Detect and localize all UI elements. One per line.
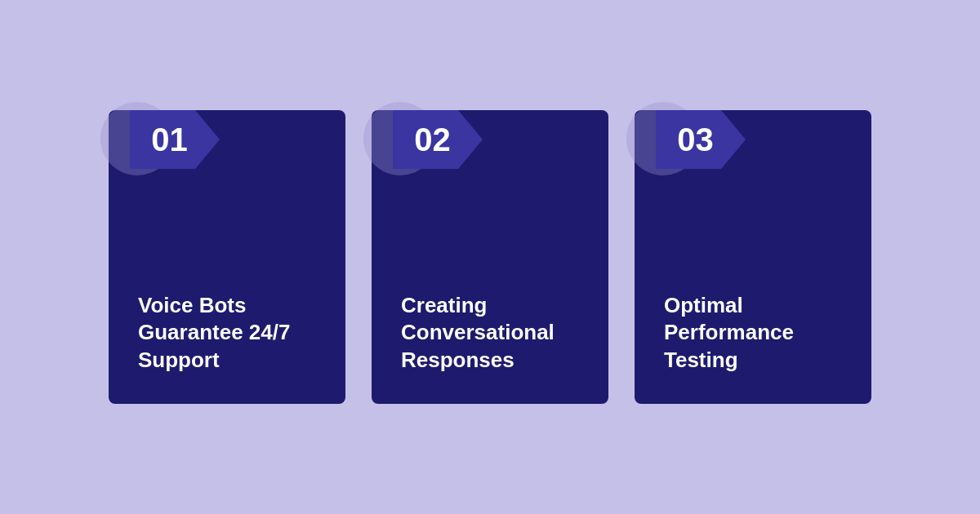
card-text-1: Voice BotsGuarantee 24/7Support xyxy=(138,276,316,374)
card-title-3: OptimalPerformanceTesting xyxy=(664,292,842,374)
card-number-text-2: 02 xyxy=(414,123,451,156)
card-title-1: Voice BotsGuarantee 24/7Support xyxy=(138,292,316,374)
cards-container: 01 Voice BotsGuarantee 24/7Support 02 Cr… xyxy=(109,110,871,404)
card-title-2: CreatingConversationalResponses xyxy=(401,292,579,374)
card-number-badge-2: 02 xyxy=(393,110,483,169)
feature-card-2: 02 CreatingConversationalResponses xyxy=(372,110,608,404)
card-number-badge-1: 01 xyxy=(130,110,220,169)
card-number-badge-3: 03 xyxy=(656,110,746,169)
card-number-text-1: 01 xyxy=(151,123,188,156)
card-text-3: OptimalPerformanceTesting xyxy=(664,276,842,374)
feature-card-3: 03 OptimalPerformanceTesting xyxy=(635,110,871,404)
card-text-2: CreatingConversationalResponses xyxy=(401,276,579,374)
card-number-text-3: 03 xyxy=(677,123,714,156)
feature-card-1: 01 Voice BotsGuarantee 24/7Support xyxy=(109,110,345,404)
